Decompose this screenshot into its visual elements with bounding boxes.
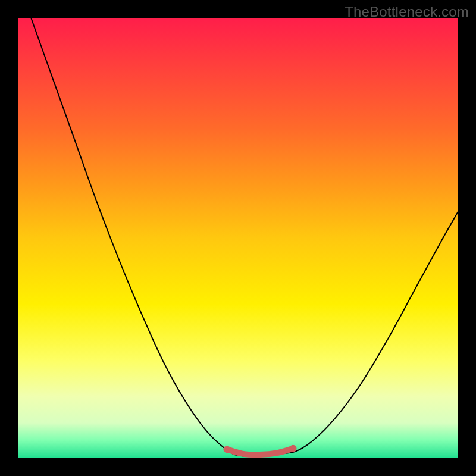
chart-plot-area xyxy=(18,18,458,458)
optimal-range-accent xyxy=(227,449,293,455)
accent-endpoint-left xyxy=(224,446,231,453)
bottleneck-curve xyxy=(31,18,458,456)
chart-svg xyxy=(18,18,458,458)
accent-endpoint-right xyxy=(290,445,297,452)
